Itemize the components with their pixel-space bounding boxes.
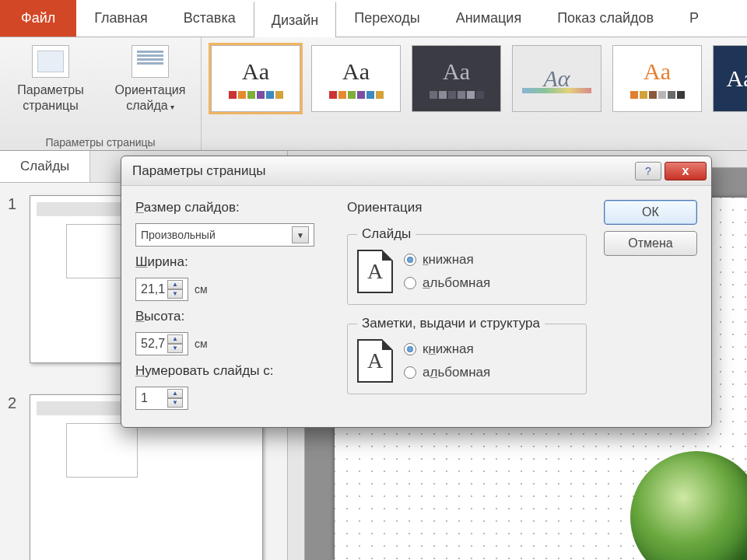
- height-label: Высота:: [135, 309, 330, 324]
- help-button[interactable]: ?: [635, 162, 661, 180]
- page-setup-icon: [32, 45, 69, 78]
- unit-cm: см: [195, 283, 208, 296]
- chevron-down-icon[interactable]: ▼: [292, 226, 309, 243]
- group-legend-notes: Заметки, выдачи и структура: [357, 316, 545, 331]
- orientation-icon: [132, 45, 169, 78]
- slide-size-combo[interactable]: Произвольный ▼: [135, 223, 314, 247]
- page-setup-button[interactable]: Параметры страницы: [8, 45, 93, 115]
- dialog-title: Параметры страницы: [132, 163, 265, 179]
- slide-number: 2: [8, 394, 22, 412]
- height-input[interactable]: 52,7 ▲▼: [135, 332, 188, 355]
- tab-animation[interactable]: Анимация: [438, 0, 540, 37]
- slide-number: 1: [8, 195, 22, 213]
- number-from-label: Нумеровать слайды с:: [135, 363, 330, 379]
- ribbon-group-page-setup: Параметры страницы Ориентация слайда▾ Па…: [0, 37, 202, 150]
- page-portrait-icon: A: [357, 339, 393, 383]
- number-from-spinner[interactable]: ▲▼: [167, 389, 183, 408]
- slide-size-label: Размер слайдов:: [135, 200, 330, 215]
- radio-notes-landscape[interactable]: альбомная: [404, 365, 490, 380]
- dialog-titlebar[interactable]: Параметры страницы ? x: [121, 156, 711, 186]
- radio-icon: [404, 343, 416, 355]
- tab-slideshow[interactable]: Показ слайдов: [539, 0, 672, 37]
- theme-gallery: Aa Aa Aa Aα Aa Aa: [202, 37, 747, 150]
- ok-button[interactable]: ОК: [604, 200, 697, 225]
- slide-orientation-button[interactable]: Ориентация слайда▾: [107, 45, 193, 115]
- width-label: Ширина:: [135, 254, 330, 270]
- panel-tab-slides[interactable]: Слайды: [0, 151, 90, 182]
- theme-thumb-5[interactable]: Aa: [612, 45, 702, 112]
- chevron-down-icon: ▾: [170, 103, 174, 111]
- theme-thumb-6[interactable]: Aa: [713, 45, 747, 112]
- orientation-slides-group: Слайды A книжная альбомная: [347, 226, 587, 305]
- radio-slides-landscape[interactable]: альбомная: [404, 275, 490, 291]
- radio-notes-portrait[interactable]: книжная: [404, 341, 490, 357]
- page-setup-dialog: Параметры страницы ? x Размер слайдов: П…: [121, 156, 712, 428]
- theme-thumb-2[interactable]: Aa: [311, 45, 401, 112]
- ribbon-tabs: Файл Главная Вставка Дизайн Переходы Ани…: [0, 0, 747, 37]
- orientation-notes-group: Заметки, выдачи и структура A книжная ал…: [347, 316, 587, 394]
- ribbon: Параметры страницы Ориентация слайда▾ Па…: [0, 37, 747, 151]
- tab-design[interactable]: Дизайн: [254, 1, 337, 37]
- tab-file[interactable]: Файл: [0, 0, 76, 37]
- unit-cm: см: [195, 338, 208, 350]
- theme-thumb-4[interactable]: Aα: [512, 45, 601, 112]
- slide-size-value: Произвольный: [141, 229, 216, 241]
- radio-slides-portrait[interactable]: книжная: [404, 252, 490, 268]
- number-from-input[interactable]: 1 ▲▼: [135, 387, 188, 410]
- tab-home[interactable]: Главная: [76, 0, 166, 37]
- radio-icon: [404, 277, 416, 289]
- ribbon-group-label: Параметры страницы: [8, 133, 193, 149]
- tab-insert[interactable]: Вставка: [166, 0, 254, 37]
- width-input[interactable]: 21,1 ▲▼: [135, 278, 188, 301]
- width-spinner[interactable]: ▲▼: [167, 280, 183, 299]
- theme-thumb-1[interactable]: Aa: [211, 45, 300, 112]
- group-legend-slides: Слайды: [357, 226, 416, 242]
- orientation-header: Ориентация: [347, 200, 587, 215]
- radio-icon: [404, 366, 416, 379]
- theme-thumb-3[interactable]: Aa: [412, 45, 501, 112]
- page-portrait-icon: A: [357, 250, 393, 293]
- radio-icon: [404, 254, 416, 266]
- close-button[interactable]: x: [665, 162, 707, 180]
- height-spinner[interactable]: ▲▼: [167, 334, 183, 353]
- tab-cutoff[interactable]: Р: [672, 0, 717, 37]
- tab-transitions[interactable]: Переходы: [336, 0, 437, 37]
- watermelon-image: [630, 451, 747, 560]
- cancel-button[interactable]: Отмена: [604, 231, 697, 256]
